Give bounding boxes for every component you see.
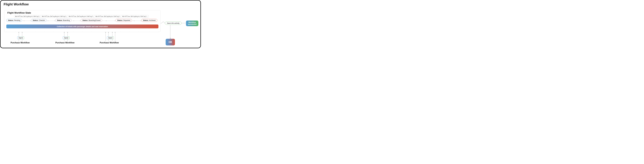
diagram-title: Flight Workflow bbox=[4, 2, 197, 6]
connector-dot bbox=[54, 20, 55, 21]
signal-chip: Signal bbox=[107, 36, 114, 39]
connector-dot bbox=[140, 20, 141, 21]
delay-chip: Workflow.DelayAsync(delay); bbox=[14, 15, 42, 18]
connector-dot bbox=[114, 20, 116, 21]
state-title: Flight Workflow State bbox=[7, 11, 158, 14]
signal-chip: Signal bbox=[17, 36, 24, 39]
diagram-panel: Flight Workflow Flight Workflow State Wo… bbox=[0, 0, 200, 48]
status-checkin: Status: CheckIn bbox=[31, 19, 47, 22]
status-boardingclosed: Status: BoardingClosed bbox=[81, 19, 102, 22]
save-info-activity: Save info activity bbox=[165, 21, 182, 25]
diagram-canvas: Flight Workflow Flight Workflow State Wo… bbox=[0, 0, 201, 48]
purchase-workflow-label: Purchase Workflow bbox=[10, 42, 30, 44]
connector-dot bbox=[134, 20, 135, 21]
purchase-workflow-label: Purchase Workflow bbox=[100, 42, 119, 44]
connector-dot bbox=[106, 20, 107, 21]
purchase-workflow-label: Purchase Workflow bbox=[56, 42, 74, 44]
delay-chip: Workflow.DelayAsync(delay); bbox=[121, 15, 149, 18]
connector-dot bbox=[30, 20, 31, 21]
status-boarding: Status: Boarding bbox=[55, 19, 72, 22]
state-box: Flight Workflow State Workflow.DelayAsyn… bbox=[4, 10, 160, 32]
collection-bar: Collection of tickets with passenger det… bbox=[6, 24, 158, 28]
delay-chip: Workflow.DelayAsync(delay); bbox=[68, 15, 95, 18]
connector-dot bbox=[80, 20, 81, 21]
status-departed: Status: Departed bbox=[116, 19, 132, 22]
delay-chip: Workflow.DelayAsync(delay); bbox=[41, 15, 68, 18]
status-archived: Status: Archived bbox=[141, 19, 157, 22]
status-pending: Status: Pending bbox=[6, 19, 22, 22]
delay-row: Workflow.DelayAsync(delay); Workflow.Del… bbox=[14, 15, 158, 18]
connector-dot bbox=[48, 20, 48, 21]
db-box: DB bbox=[166, 39, 175, 45]
connector-dot bbox=[24, 20, 24, 21]
status-row: Status: Pending Status: CheckIn Status: … bbox=[6, 19, 158, 23]
workflow-successful: Workflow successful bbox=[186, 20, 198, 26]
connector-dot bbox=[73, 20, 74, 21]
delay-chip: Workflow.DelayAsync(delay); bbox=[94, 15, 122, 18]
signal-chip: Signal bbox=[63, 36, 70, 39]
